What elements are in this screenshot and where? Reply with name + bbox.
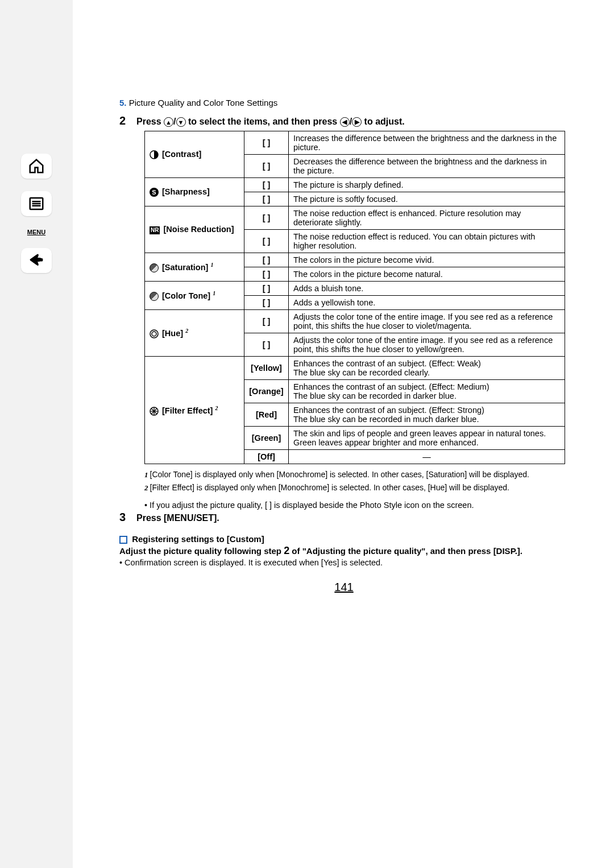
back-arrow-icon <box>28 252 45 269</box>
colortone-icon <box>150 292 159 301</box>
sidebar-nav: MENU <box>0 0 73 868</box>
label: [Hue] <box>162 329 183 338</box>
step-ref: 2 <box>284 545 289 556</box>
list-icon <box>28 195 45 212</box>
cell-desc: The picture is softly focused. <box>289 192 565 206</box>
cell-value: [Red] <box>244 403 289 427</box>
row-label-colortone: [Color Tone] 1 <box>145 282 244 310</box>
step-text: Press ▲/▼ to select the items, and then … <box>136 117 405 127</box>
nr-icon: NR <box>150 226 160 234</box>
page-number: 141 <box>119 581 569 594</box>
cell-desc: — <box>289 450 565 464</box>
table-row: S [Sharpness] [ ] The picture is sharply… <box>145 178 565 192</box>
t: to select the items, and then press <box>186 117 340 126</box>
table-row: [Saturation] 1 [ ] The colors in the pic… <box>145 253 565 267</box>
t: of "Adjusting the picture quality", and … <box>289 546 493 556</box>
step-2: 2 Press ▲/▼ to select the items, and the… <box>119 114 569 127</box>
register-section: Registering settings to [Custom] Adjust … <box>119 534 569 567</box>
row-label-saturation: [Saturation] 1 <box>145 253 244 282</box>
step-number: 2 <box>119 114 130 127</box>
contrast-icon <box>150 150 159 159</box>
t: Adjust the picture quality following ste… <box>119 546 284 556</box>
t: [Color Tone] is displayed only when [Mon… <box>150 470 529 479</box>
cell-desc: Adjusts the color tone of the entire ima… <box>289 310 565 333</box>
cell-desc: The picture is sharply defined. <box>289 178 565 192</box>
up-icon: ▲ <box>164 117 173 127</box>
bullet-note: • If you adjust the picture quality, [ ]… <box>144 501 569 510</box>
t: [Filter Effect] is displayed only when [… <box>150 483 509 492</box>
step-number: 3 <box>119 511 130 524</box>
cell-value: [ ] <box>244 155 289 178</box>
register-body: Adjust the picture quality following ste… <box>119 545 569 557</box>
cell-desc: Enhances the contrast of an subject. (Ef… <box>289 403 565 427</box>
footnotes: 1[Color Tone] is displayed only when [Mo… <box>144 469 569 494</box>
svg-point-6 <box>152 332 156 336</box>
cell-value: [ ] <box>244 253 289 267</box>
footnote-1: 1[Color Tone] is displayed only when [Mo… <box>144 469 569 481</box>
register-note: • Confirmation screen is displayed. It i… <box>119 558 569 567</box>
row-label-contrast: [Contrast] <box>145 131 244 178</box>
toc-button[interactable] <box>21 191 52 216</box>
cell-value: [Off] <box>244 450 289 464</box>
cell-value: [ ] <box>244 333 289 357</box>
table-row: [Hue] 2 [ ] Adjusts the color tone of th… <box>145 310 565 333</box>
cell-value: [ ] <box>244 296 289 310</box>
chapter-number: 5. <box>119 98 127 108</box>
cell-value: [ ] <box>244 230 289 253</box>
breadcrumb: 5. Picture Quality and Color Tone Settin… <box>119 98 569 108</box>
t: If you adjust the picture quality, [ ] i… <box>150 501 474 510</box>
saturation-icon <box>150 263 159 272</box>
cell-value: [Yellow] <box>244 357 289 380</box>
footnote-ref-1: 1 <box>210 262 213 268</box>
t: Confirmation screen is displayed. It is … <box>125 558 383 567</box>
footnote-ref-2: 2 <box>185 328 188 334</box>
box-icon <box>119 536 127 544</box>
register-title-line: Registering settings to [Custom] <box>119 534 569 544</box>
home-button[interactable] <box>21 154 52 179</box>
cell-desc: The colors in the picture become vivid. <box>289 253 565 267</box>
table-row: [Contrast] [ ] Increases the difference … <box>145 131 565 155</box>
table-row: NR [Noise Reduction] [ ] The noise reduc… <box>145 206 565 230</box>
cell-desc: The colors in the picture become natural… <box>289 267 565 282</box>
footnote-ref-1: 1 <box>213 290 215 296</box>
step-3: 3 Press [MENU/SET]. <box>119 511 569 524</box>
cell-desc: The noise reduction effect is enhanced. … <box>289 206 565 230</box>
label: [Filter Effect] <box>162 406 213 415</box>
step-text: Press [MENU/SET]. <box>136 513 219 523</box>
filter-icon <box>150 407 159 416</box>
label: [Contrast] <box>162 150 201 159</box>
t: Press <box>136 117 164 126</box>
row-label-sharpness: S [Sharpness] <box>145 178 244 206</box>
cell-value: [ ] <box>244 178 289 192</box>
svg-point-5 <box>150 330 158 338</box>
settings-table: [Contrast] [ ] Increases the difference … <box>144 131 565 464</box>
cell-desc: The noise reduction effect is reduced. Y… <box>289 230 565 253</box>
row-label-nr: NR [Noise Reduction] <box>145 206 244 253</box>
cell-value: [ ] <box>244 192 289 206</box>
cell-value: [ ] <box>244 282 289 296</box>
back-button[interactable] <box>21 248 52 273</box>
row-label-filter: [Filter Effect] 2 <box>145 357 244 464</box>
label: [Color Tone] <box>162 291 210 300</box>
cell-value: [Green] <box>244 427 289 450</box>
sharpness-icon: S <box>150 188 159 197</box>
table-row: [Color Tone] 1 [ ] Adds a bluish tone. <box>145 282 565 296</box>
cell-desc: Adds a yellowish tone. <box>289 296 565 310</box>
menu-label[interactable]: MENU <box>27 229 45 235</box>
register-title: Registering settings to [Custom] <box>132 534 264 544</box>
label: [Sharpness] <box>162 187 210 196</box>
label: [Saturation] <box>162 263 208 272</box>
right-icon: ▶ <box>352 117 362 127</box>
t: to adjust. <box>362 117 405 126</box>
row-label-hue: [Hue] 2 <box>145 310 244 357</box>
cell-value: [ ] <box>244 310 289 333</box>
cell-desc: Adjusts the color tone of the entire ima… <box>289 333 565 357</box>
table-row: [Filter Effect] 2 [Yellow] Enhances the … <box>145 357 565 380</box>
down-icon: ▼ <box>176 117 186 127</box>
cell-desc: Enhances the contrast of an subject. (Ef… <box>289 357 565 380</box>
cell-desc: Enhances the contrast of an subject. (Ef… <box>289 380 565 403</box>
t: . <box>520 546 522 556</box>
cell-desc: Decreases the difference between the bri… <box>289 155 565 178</box>
chapter-title: Picture Quality and Color Tone Settings <box>129 98 278 108</box>
hue-icon <box>150 329 159 338</box>
